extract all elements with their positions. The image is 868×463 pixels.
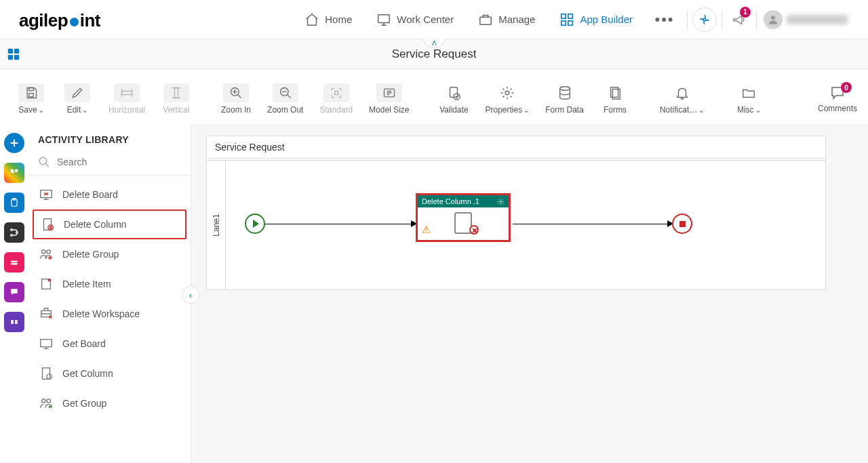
chevron-down-icon: ⌄ xyxy=(82,106,87,114)
zoom-out-icon xyxy=(273,83,298,102)
tool-vertical[interactable]: Vertical xyxy=(156,79,197,119)
svg-rect-13 xyxy=(29,94,34,97)
svg-rect-11 xyxy=(14,55,19,60)
tool-forms[interactable]: Forms xyxy=(595,79,635,119)
tool-validate[interactable]: Validate xyxy=(433,79,474,119)
edge xyxy=(265,224,416,224)
logo-text: int xyxy=(80,10,100,31)
editor-body: ACTIVITY LIBRARY Delete Board Delete Col… xyxy=(0,123,868,463)
assistant-button[interactable] xyxy=(690,5,719,34)
svg-rect-3 xyxy=(568,14,572,18)
lib-item-label: Get Column xyxy=(62,368,113,379)
sidebar-title: ACTIVITY LIBRARY xyxy=(28,123,191,152)
tool-misc-label: Misc xyxy=(737,105,754,115)
separator xyxy=(756,10,757,29)
group-delete-icon xyxy=(38,246,54,262)
rail-blocks[interactable] xyxy=(4,312,24,332)
avatar-icon xyxy=(764,10,783,29)
svg-point-22 xyxy=(505,91,509,95)
lib-item-delete-workspace[interactable]: Delete Workspace xyxy=(28,299,191,329)
lib-item-label: Get Board xyxy=(62,338,106,349)
svg-point-35 xyxy=(39,157,47,165)
tool-misc[interactable]: Misc⌄ xyxy=(728,79,769,119)
rail-add[interactable] xyxy=(4,133,24,153)
activity-delete-column[interactable]: Delete Column .1 ⚠ xyxy=(416,193,511,242)
start-node[interactable] xyxy=(245,214,265,234)
svg-point-28 xyxy=(11,229,13,231)
svg-point-23 xyxy=(559,87,570,90)
tool-horizontal[interactable]: Horizontal xyxy=(103,79,151,119)
search-input[interactable] xyxy=(57,157,181,167)
validate-icon xyxy=(441,83,467,102)
canvas-title: Service Request xyxy=(207,136,825,159)
svg-point-7 xyxy=(771,16,775,20)
tool-zoom-out[interactable]: Zoom Out xyxy=(262,79,309,119)
tool-notifications[interactable]: Notificat…⌄ xyxy=(654,79,709,119)
logo-text: agilep xyxy=(19,10,68,31)
tool-model-size-label: Model Size xyxy=(369,105,409,115)
apps-switcher[interactable] xyxy=(5,46,22,62)
nav-work-center[interactable]: Work Center xyxy=(364,0,466,39)
library-list: Delete Board Delete Column Delete Group … xyxy=(28,176,191,463)
svg-point-39 xyxy=(42,250,46,254)
board-icon xyxy=(38,336,54,352)
tool-edit[interactable]: Edit⌄ xyxy=(57,79,98,119)
gear-icon[interactable] xyxy=(497,198,505,205)
lib-item-label: Delete Board xyxy=(62,189,118,200)
sidebar-search[interactable] xyxy=(28,152,191,176)
activity-body: ⚠ xyxy=(418,207,509,239)
svg-point-29 xyxy=(11,235,13,237)
lib-item-get-group[interactable]: Get Group xyxy=(28,388,191,418)
tool-vertical-label: Vertical xyxy=(163,105,189,115)
svg-point-45 xyxy=(47,374,52,379)
sidebar-collapse-toggle[interactable]: ‹ xyxy=(182,286,199,304)
nav-more[interactable]: ••• xyxy=(645,0,684,39)
swim-lane: Lane1 Delete Column .1 ⚠ xyxy=(207,161,825,289)
user-menu[interactable] xyxy=(760,5,852,34)
svg-rect-44 xyxy=(43,368,50,380)
lane-body[interactable]: Delete Column .1 ⚠ xyxy=(226,161,825,289)
tool-save[interactable]: Save⌄ xyxy=(11,79,52,119)
lib-item-delete-column[interactable]: Delete Column xyxy=(33,209,186,239)
user-name xyxy=(787,15,848,24)
tool-form-data[interactable]: Form Data xyxy=(540,79,589,119)
editor-toolbar: Save⌄ Edit⌄ Horizontal Vertical Zoom In … xyxy=(0,69,868,123)
process-canvas-area[interactable]: Service Request Lane1 Delete Column .1 xyxy=(191,123,868,463)
nav-manage-label: Manage xyxy=(498,14,535,25)
lib-item-get-column[interactable]: Get Column xyxy=(28,359,191,388)
nav-home[interactable]: Home xyxy=(292,0,364,39)
rail-apps[interactable] xyxy=(4,163,24,183)
svg-rect-33 xyxy=(11,320,14,324)
tool-zoom-in[interactable]: Zoom In xyxy=(216,79,256,119)
lib-item-get-board[interactable]: Get Board xyxy=(28,329,191,359)
tool-standard[interactable]: Standard xyxy=(314,79,358,119)
svg-point-40 xyxy=(47,250,51,254)
lib-item-label: Delete Column xyxy=(64,219,127,230)
rail-branches[interactable] xyxy=(4,222,24,243)
tool-comments[interactable]: 0 Comments xyxy=(818,85,857,113)
lib-item-delete-board[interactable]: Delete Board xyxy=(28,180,191,209)
lib-item-delete-group[interactable]: Delete Group xyxy=(28,239,191,269)
stop-node[interactable] xyxy=(672,214,692,234)
briefcase-icon xyxy=(478,12,493,27)
activity-title: Delete Column .1 xyxy=(422,197,479,205)
lane-label[interactable]: Lane1 xyxy=(207,161,226,289)
board-delete-icon xyxy=(38,186,54,203)
logo-dot-icon: ● xyxy=(68,9,80,32)
svg-rect-12 xyxy=(29,88,34,91)
tool-properties[interactable]: Properties⌄ xyxy=(479,79,534,119)
svg-point-6 xyxy=(703,18,706,21)
tool-zoom-out-label: Zoom Out xyxy=(267,105,303,115)
rail-chat[interactable] xyxy=(4,282,24,302)
rail-stack[interactable] xyxy=(4,252,24,273)
nav-manage[interactable]: Manage xyxy=(466,0,547,39)
notifications-button[interactable]: 1 xyxy=(725,5,753,34)
pinwheel-icon xyxy=(692,7,717,32)
process-canvas: Service Request Lane1 Delete Column .1 xyxy=(206,136,826,290)
nav-app-builder[interactable]: App Builder xyxy=(547,0,645,39)
rail-clipboard[interactable] xyxy=(4,193,24,213)
tool-model-size[interactable]: Model Size xyxy=(363,79,414,119)
lib-item-delete-item[interactable]: Delete Item xyxy=(28,269,191,299)
nav-work-center-label: Work Center xyxy=(397,14,454,25)
separator xyxy=(687,10,688,29)
